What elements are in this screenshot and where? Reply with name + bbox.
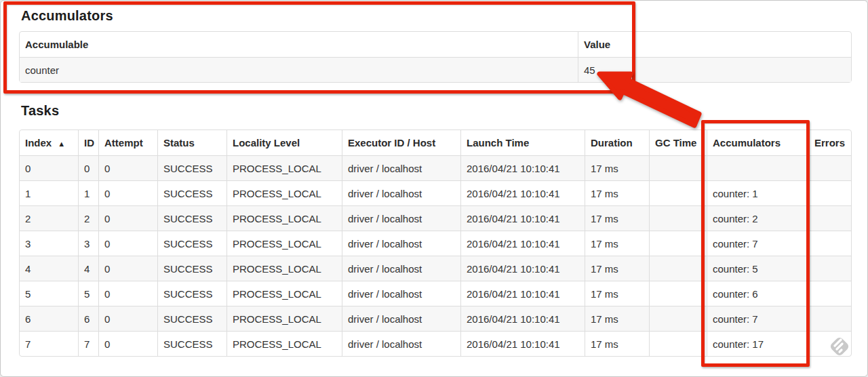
column-header-launch-time[interactable]: Launch Time xyxy=(460,130,585,155)
cell-locality: PROCESS_LOCAL xyxy=(226,256,342,281)
task-row: 1 1 0 SUCCESS PROCESS_LOCAL driver / loc… xyxy=(20,180,851,205)
cell-attempt: 0 xyxy=(98,205,157,231)
column-header-locality-level[interactable]: Locality Level xyxy=(226,130,342,155)
cell-attempt: 0 xyxy=(98,180,157,205)
cell-index: 2 xyxy=(20,205,78,231)
cell-attempt: 0 xyxy=(98,281,157,306)
spark-stage-page: Accumulators Accumulable Value counter 4… xyxy=(0,0,868,377)
column-header-index[interactable]: Index▲ xyxy=(20,130,78,155)
cell-locality: PROCESS_LOCAL xyxy=(226,205,342,231)
cell-launch-time: 2016/04/21 10:10:41 xyxy=(460,155,585,180)
cell-accumulators xyxy=(707,155,808,180)
cell-gc-time xyxy=(649,231,707,256)
column-header-attempt[interactable]: Attempt xyxy=(98,130,157,155)
cell-launch-time: 2016/04/21 10:10:41 xyxy=(460,180,585,205)
column-header-id[interactable]: ID xyxy=(78,130,98,155)
cell-executor: driver / localhost xyxy=(342,331,460,356)
column-header-gc-time[interactable]: GC Time xyxy=(649,130,707,155)
cell-attempt: 0 xyxy=(98,256,157,281)
cell-errors xyxy=(808,256,851,281)
task-row: 4 4 0 SUCCESS PROCESS_LOCAL driver / loc… xyxy=(20,256,851,281)
tasks-header-row: Index▲ ID Attempt Status Locality Level … xyxy=(20,130,851,155)
cell-locality: PROCESS_LOCAL xyxy=(226,155,342,180)
accumulators-table: Accumulable Value counter 45 xyxy=(19,31,852,83)
cell-status: SUCCESS xyxy=(157,205,226,231)
accumulators-section-heading: Accumulators xyxy=(21,8,113,24)
cell-duration: 17 ms xyxy=(585,231,649,256)
cell-accumulators: counter: 1 xyxy=(707,180,808,205)
cell-attempt: 0 xyxy=(98,331,157,356)
cell-executor: driver / localhost xyxy=(342,231,460,256)
column-header-duration[interactable]: Duration xyxy=(585,130,649,155)
cell-executor: driver / localhost xyxy=(342,180,460,205)
cell-index: 3 xyxy=(20,231,78,256)
cell-duration: 17 ms xyxy=(585,256,649,281)
cell-gc-time xyxy=(649,256,707,281)
task-row: 0 0 0 SUCCESS PROCESS_LOCAL driver / loc… xyxy=(20,155,851,180)
cell-gc-time xyxy=(649,281,707,306)
cell-launch-time: 2016/04/21 10:10:41 xyxy=(460,281,585,306)
sort-ascending-icon: ▲ xyxy=(58,140,65,148)
column-header-accumulators[interactable]: Accumulators xyxy=(707,130,808,155)
cell-index: 4 xyxy=(20,256,78,281)
column-header-value: Value xyxy=(578,32,851,57)
cell-accumulators: counter: 2 xyxy=(707,205,808,231)
cell-errors xyxy=(808,231,851,256)
cell-status: SUCCESS xyxy=(157,231,226,256)
cell-id: 0 xyxy=(78,155,98,180)
cell-locality: PROCESS_LOCAL xyxy=(226,231,342,256)
cell-launch-time: 2016/04/21 10:10:41 xyxy=(460,331,585,356)
cell-id: 3 xyxy=(78,231,98,256)
cell-errors xyxy=(808,205,851,231)
cell-locality: PROCESS_LOCAL xyxy=(226,306,342,331)
skitch-watermark-icon xyxy=(826,333,853,360)
cell-gc-time xyxy=(649,180,707,205)
cell-executor: driver / localhost xyxy=(342,306,460,331)
cell-accumulators: counter: 7 xyxy=(707,231,808,256)
cell-locality: PROCESS_LOCAL xyxy=(226,180,342,205)
cell-executor: driver / localhost xyxy=(342,155,460,180)
cell-status: SUCCESS xyxy=(157,306,226,331)
cell-status: SUCCESS xyxy=(157,256,226,281)
column-header-executor-id-host[interactable]: Executor ID / Host xyxy=(342,130,460,155)
cell-executor: driver / localhost xyxy=(342,256,460,281)
cell-errors xyxy=(808,180,851,205)
cell-launch-time: 2016/04/21 10:10:41 xyxy=(460,306,585,331)
column-header-errors[interactable]: Errors xyxy=(808,130,851,155)
accumulable-value-cell: 45 xyxy=(578,57,851,82)
cell-id: 5 xyxy=(78,281,98,306)
cell-duration: 17 ms xyxy=(585,205,649,231)
column-header-status[interactable]: Status xyxy=(157,130,226,155)
cell-index: 0 xyxy=(20,155,78,180)
cell-locality: PROCESS_LOCAL xyxy=(226,331,342,356)
cell-locality: PROCESS_LOCAL xyxy=(226,281,342,306)
cell-attempt: 0 xyxy=(98,306,157,331)
index-header-label: Index xyxy=(25,137,52,148)
cell-launch-time: 2016/04/21 10:10:41 xyxy=(460,205,585,231)
cell-launch-time: 2016/04/21 10:10:41 xyxy=(460,231,585,256)
cell-index: 6 xyxy=(20,306,78,331)
cell-accumulators: counter: 6 xyxy=(707,281,808,306)
cell-duration: 17 ms xyxy=(585,180,649,205)
accumulator-row: counter 45 xyxy=(20,57,851,82)
cell-accumulators: counter: 17 xyxy=(707,331,808,356)
cell-accumulators: counter: 5 xyxy=(707,256,808,281)
cell-id: 4 xyxy=(78,256,98,281)
cell-status: SUCCESS xyxy=(157,180,226,205)
accumulators-header-row: Accumulable Value xyxy=(20,32,851,57)
cell-gc-time xyxy=(649,306,707,331)
cell-gc-time xyxy=(649,331,707,356)
task-row: 3 3 0 SUCCESS PROCESS_LOCAL driver / loc… xyxy=(20,231,851,256)
cell-duration: 17 ms xyxy=(585,155,649,180)
cell-executor: driver / localhost xyxy=(342,205,460,231)
cell-index: 7 xyxy=(20,331,78,356)
column-header-accumulable: Accumulable xyxy=(20,32,578,57)
cell-id: 2 xyxy=(78,205,98,231)
accumulable-name-cell: counter xyxy=(20,57,578,82)
cell-executor: driver / localhost xyxy=(342,281,460,306)
cell-duration: 17 ms xyxy=(585,306,649,331)
cell-gc-time xyxy=(649,155,707,180)
cell-launch-time: 2016/04/21 10:10:41 xyxy=(460,256,585,281)
cell-accumulators: counter: 7 xyxy=(707,306,808,331)
tasks-table: Index▲ ID Attempt Status Locality Level … xyxy=(19,130,852,357)
